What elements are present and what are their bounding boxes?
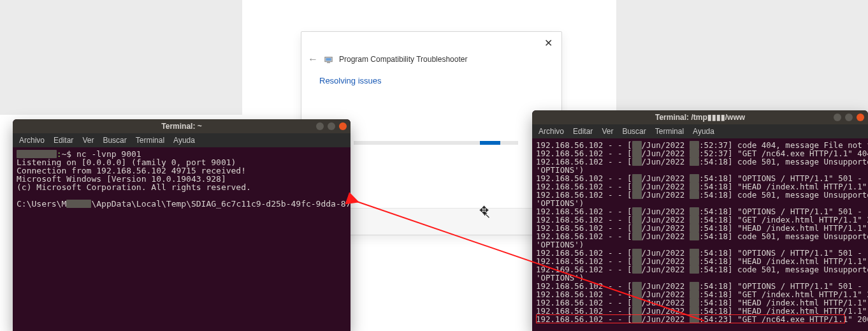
terminal-line: 192.169.56.102 - - [xx/Jun/2022 xx:54:18… — [536, 265, 864, 274]
maximize-icon[interactable] — [328, 122, 335, 130]
menu-item-terminal[interactable]: Terminal — [136, 136, 164, 145]
menu-item-ayuda[interactable]: Ayuda — [173, 136, 195, 145]
terminal-right[interactable]: Terminal: /tmp▮▮▮▮/www ArchivoEditarVerB… — [532, 110, 868, 331]
terminal-right-output[interactable]: 192.168.56.102 - - [xx/Jun/2022 xx:52:37… — [532, 138, 868, 326]
menu-item-ver[interactable]: Ver — [82, 136, 94, 145]
dialog-title: Program Compatibility Troubleshooter — [339, 55, 467, 64]
close-icon[interactable]: ✕ — [544, 37, 553, 49]
terminal-line: 192.168.56.102 - - [xx/Jun/2022 xx:54:23… — [536, 315, 864, 323]
terminal-line: C:\Users\Mxxxxx\AppData\Local\Temp\SDIAG… — [17, 200, 347, 208]
move-cursor-icon: ✥↖ — [479, 203, 489, 217]
minimize-icon[interactable] — [834, 114, 841, 121]
svg-rect-1 — [327, 62, 330, 63]
background-strip-right — [616, 0, 868, 115]
close-window-icon[interactable] — [857, 114, 864, 121]
dialog-status: Resolving issues — [319, 76, 382, 85]
background-strip-left — [0, 0, 242, 115]
terminal-left-title: Terminal: ~ — [161, 122, 201, 131]
terminal-right-titlebar[interactable]: Terminal: /tmp▮▮▮▮/www — [532, 110, 868, 124]
menu-item-archivo[interactable]: Archivo — [539, 127, 564, 136]
terminal-line: 192.168.56.102 - - [xx/Jun/2022 xx:54:18… — [536, 232, 864, 240]
menu-item-buscar[interactable]: Buscar — [622, 127, 646, 136]
minimize-icon[interactable] — [316, 122, 324, 130]
terminal-right-title: Terminal: /tmp▮▮▮▮/www — [655, 113, 745, 122]
troubleshooter-icon — [324, 55, 333, 64]
terminal-right-menubar[interactable]: ArchivoEditarVerBuscarTerminalAyuda — [532, 124, 868, 138]
menu-item-ayuda[interactable]: Ayuda — [693, 127, 714, 136]
terminal-left-menubar[interactable]: ArchivoEditarVerBuscarTerminalAyuda — [13, 133, 351, 147]
menu-item-editar[interactable]: Editar — [573, 127, 593, 136]
terminal-left-titlebar[interactable]: Terminal: ~ — [13, 119, 351, 133]
terminal-left[interactable]: Terminal: ~ ArchivoEditarVerBuscarTermin… — [13, 119, 351, 331]
close-window-icon[interactable] — [339, 122, 347, 130]
progress-fill — [480, 141, 500, 145]
terminal-left-output[interactable]: xxxxxxxx:~$ nc -lvnp 9001Listening on [0… — [13, 147, 351, 210]
menu-item-ver[interactable]: Ver — [602, 127, 613, 136]
maximize-icon[interactable] — [845, 114, 853, 121]
terminal-line: 192.168.56.102 - - [xx/Jun/2022 xx:54:18… — [536, 158, 864, 166]
terminal-line: 192.168.56.102 - - [xx/Jun/2022 xx:54:18… — [536, 191, 864, 199]
menu-item-archivo[interactable]: Archivo — [19, 136, 45, 145]
menu-item-editar[interactable]: Editar — [54, 136, 73, 145]
back-icon[interactable]: ← — [308, 54, 318, 65]
terminal-line: (c) Microsoft Corporation. All rights re… — [17, 183, 347, 191]
menu-item-buscar[interactable]: Buscar — [103, 136, 126, 145]
menu-item-terminal[interactable]: Terminal — [655, 127, 684, 136]
svg-rect-2 — [326, 58, 331, 61]
progress-bar — [354, 141, 518, 145]
